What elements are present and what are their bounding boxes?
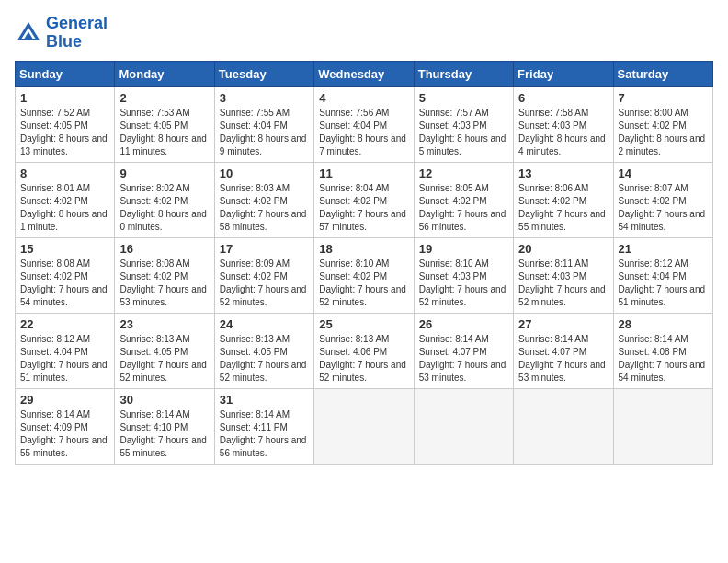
day-info: Sunrise: 8:13 AM Sunset: 4:05 PM Dayligh… <box>119 333 209 385</box>
calendar-cell: 1 Sunrise: 7:52 AM Sunset: 4:05 PM Dayli… <box>16 86 115 162</box>
day-number: 31 <box>220 393 309 407</box>
calendar-cell: 15 Sunrise: 8:08 AM Sunset: 4:02 PM Dayl… <box>16 237 115 313</box>
calendar-week-row: 29 Sunrise: 8:14 AM Sunset: 4:09 PM Dayl… <box>16 388 713 464</box>
day-info: Sunrise: 8:04 AM Sunset: 4:02 PM Dayligh… <box>319 182 408 234</box>
day-info: Sunrise: 8:06 AM Sunset: 4:02 PM Dayligh… <box>518 182 608 234</box>
day-info: Sunrise: 8:01 AM Sunset: 4:02 PM Dayligh… <box>20 182 109 234</box>
day-info: Sunrise: 8:10 AM Sunset: 4:03 PM Dayligh… <box>419 258 508 309</box>
calendar-cell: 11 Sunrise: 8:04 AM Sunset: 4:02 PM Dayl… <box>314 162 414 237</box>
day-number: 26 <box>419 317 508 331</box>
calendar-cell: 3 Sunrise: 7:55 AM Sunset: 4:04 PM Dayli… <box>214 86 313 162</box>
day-number: 4 <box>319 91 408 105</box>
calendar-cell: 24 Sunrise: 8:13 AM Sunset: 4:05 PM Dayl… <box>214 313 313 388</box>
calendar-cell: 14 Sunrise: 8:07 AM Sunset: 4:02 PM Dayl… <box>613 162 712 237</box>
calendar-cell: 20 Sunrise: 8:11 AM Sunset: 4:03 PM Dayl… <box>514 237 613 313</box>
calendar-cell: 16 Sunrise: 8:08 AM Sunset: 4:02 PM Dayl… <box>115 237 214 313</box>
weekday-header: Monday <box>115 61 214 86</box>
day-info: Sunrise: 8:05 AM Sunset: 4:02 PM Dayligh… <box>419 182 508 234</box>
calendar-cell <box>514 388 613 464</box>
day-info: Sunrise: 8:12 AM Sunset: 4:04 PM Dayligh… <box>20 333 109 385</box>
day-number: 30 <box>119 393 209 407</box>
day-number: 9 <box>119 167 209 180</box>
day-number: 6 <box>518 91 608 105</box>
day-info: Sunrise: 8:09 AM Sunset: 4:02 PM Dayligh… <box>220 258 309 309</box>
day-info: Sunrise: 8:14 AM Sunset: 4:10 PM Dayligh… <box>119 408 209 460</box>
day-number: 23 <box>119 317 209 331</box>
day-number: 8 <box>20 167 109 180</box>
day-info: Sunrise: 8:08 AM Sunset: 4:02 PM Dayligh… <box>119 258 209 309</box>
day-info: Sunrise: 8:00 AM Sunset: 4:02 PM Dayligh… <box>619 107 708 158</box>
calendar-cell: 28 Sunrise: 8:14 AM Sunset: 4:08 PM Dayl… <box>613 313 712 388</box>
calendar-cell: 29 Sunrise: 8:14 AM Sunset: 4:09 PM Dayl… <box>16 388 115 464</box>
weekday-header: Wednesday <box>314 61 414 86</box>
day-number: 29 <box>20 393 109 407</box>
calendar-cell: 8 Sunrise: 8:01 AM Sunset: 4:02 PM Dayli… <box>16 162 115 237</box>
calendar-cell: 26 Sunrise: 8:14 AM Sunset: 4:07 PM Dayl… <box>414 313 513 388</box>
calendar-cell: 5 Sunrise: 7:57 AM Sunset: 4:03 PM Dayli… <box>414 86 513 162</box>
calendar-cell: 10 Sunrise: 8:03 AM Sunset: 4:02 PM Dayl… <box>214 162 313 237</box>
calendar-cell: 30 Sunrise: 8:14 AM Sunset: 4:10 PM Dayl… <box>115 388 214 464</box>
calendar-cell <box>414 388 513 464</box>
day-info: Sunrise: 8:14 AM Sunset: 4:11 PM Dayligh… <box>220 408 309 460</box>
day-info: Sunrise: 7:53 AM Sunset: 4:05 PM Dayligh… <box>119 107 209 158</box>
calendar-cell <box>613 388 712 464</box>
day-number: 12 <box>419 167 508 180</box>
logo-icon <box>15 19 42 47</box>
logo: General Blue <box>15 15 108 52</box>
calendar-cell: 9 Sunrise: 8:02 AM Sunset: 4:02 PM Dayli… <box>115 162 214 237</box>
weekday-header: Sunday <box>16 61 115 86</box>
day-info: Sunrise: 8:14 AM Sunset: 4:08 PM Dayligh… <box>619 333 708 385</box>
calendar-cell: 13 Sunrise: 8:06 AM Sunset: 4:02 PM Dayl… <box>514 162 613 237</box>
day-number: 5 <box>419 91 508 105</box>
day-number: 1 <box>20 91 109 105</box>
day-number: 24 <box>220 317 309 331</box>
day-info: Sunrise: 7:57 AM Sunset: 4:03 PM Dayligh… <box>419 107 508 158</box>
day-number: 25 <box>319 317 408 331</box>
calendar-cell: 31 Sunrise: 8:14 AM Sunset: 4:11 PM Dayl… <box>214 388 313 464</box>
weekday-header: Friday <box>514 61 613 86</box>
day-number: 20 <box>518 242 608 256</box>
day-number: 15 <box>20 242 109 256</box>
day-number: 18 <box>319 242 408 256</box>
day-info: Sunrise: 8:13 AM Sunset: 4:05 PM Dayligh… <box>220 333 309 385</box>
calendar-cell: 19 Sunrise: 8:10 AM Sunset: 4:03 PM Dayl… <box>414 237 513 313</box>
day-number: 16 <box>119 242 209 256</box>
day-number: 14 <box>619 167 708 180</box>
calendar-cell: 21 Sunrise: 8:12 AM Sunset: 4:04 PM Dayl… <box>613 237 712 313</box>
calendar-cell: 25 Sunrise: 8:13 AM Sunset: 4:06 PM Dayl… <box>314 313 414 388</box>
calendar-cell: 2 Sunrise: 7:53 AM Sunset: 4:05 PM Dayli… <box>115 86 214 162</box>
day-number: 21 <box>619 242 708 256</box>
day-info: Sunrise: 8:13 AM Sunset: 4:06 PM Dayligh… <box>319 333 408 385</box>
day-info: Sunrise: 8:02 AM Sunset: 4:02 PM Dayligh… <box>119 182 209 234</box>
day-info: Sunrise: 8:12 AM Sunset: 4:04 PM Dayligh… <box>619 258 708 309</box>
calendar-table: SundayMondayTuesdayWednesdayThursdayFrid… <box>15 61 713 465</box>
day-info: Sunrise: 8:14 AM Sunset: 4:07 PM Dayligh… <box>419 333 508 385</box>
day-info: Sunrise: 8:10 AM Sunset: 4:02 PM Dayligh… <box>319 258 408 309</box>
day-info: Sunrise: 8:11 AM Sunset: 4:03 PM Dayligh… <box>518 258 608 309</box>
weekday-header: Tuesday <box>214 61 313 86</box>
calendar-cell: 12 Sunrise: 8:05 AM Sunset: 4:02 PM Dayl… <box>414 162 513 237</box>
calendar-cell: 23 Sunrise: 8:13 AM Sunset: 4:05 PM Dayl… <box>115 313 214 388</box>
logo-text: General Blue <box>46 15 108 52</box>
day-number: 27 <box>518 317 608 331</box>
day-number: 3 <box>220 91 309 105</box>
calendar-cell: 27 Sunrise: 8:14 AM Sunset: 4:07 PM Dayl… <box>514 313 613 388</box>
day-number: 13 <box>518 167 608 180</box>
day-info: Sunrise: 8:08 AM Sunset: 4:02 PM Dayligh… <box>20 258 109 309</box>
weekday-header: Thursday <box>414 61 513 86</box>
day-number: 2 <box>119 91 209 105</box>
calendar-cell: 4 Sunrise: 7:56 AM Sunset: 4:04 PM Dayli… <box>314 86 414 162</box>
day-info: Sunrise: 7:55 AM Sunset: 4:04 PM Dayligh… <box>220 107 309 158</box>
weekday-header: Saturday <box>613 61 712 86</box>
day-number: 11 <box>319 167 408 180</box>
calendar-header-row: SundayMondayTuesdayWednesdayThursdayFrid… <box>16 61 713 86</box>
day-number: 28 <box>619 317 708 331</box>
calendar-week-row: 15 Sunrise: 8:08 AM Sunset: 4:02 PM Dayl… <box>16 237 713 313</box>
day-info: Sunrise: 8:14 AM Sunset: 4:09 PM Dayligh… <box>20 408 109 460</box>
day-number: 19 <box>419 242 508 256</box>
day-info: Sunrise: 7:58 AM Sunset: 4:03 PM Dayligh… <box>518 107 608 158</box>
day-info: Sunrise: 7:56 AM Sunset: 4:04 PM Dayligh… <box>319 107 408 158</box>
calendar-cell: 18 Sunrise: 8:10 AM Sunset: 4:02 PM Dayl… <box>314 237 414 313</box>
day-info: Sunrise: 8:07 AM Sunset: 4:02 PM Dayligh… <box>619 182 708 234</box>
day-number: 7 <box>619 91 708 105</box>
